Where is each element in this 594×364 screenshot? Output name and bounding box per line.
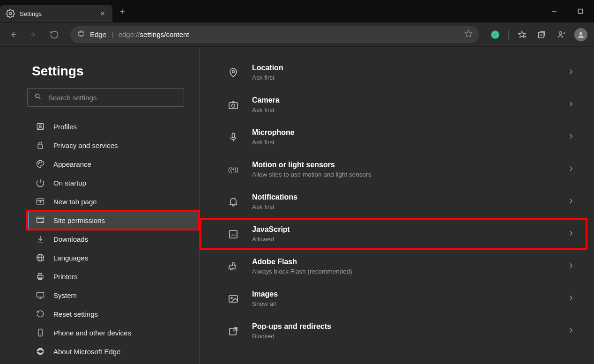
svg-point-16 xyxy=(579,32,582,35)
permission-title: Location xyxy=(252,64,567,72)
lock-icon xyxy=(36,141,45,150)
permission-pop-ups-and-redirects[interactable]: Pop-ups and redirectsBlocked xyxy=(200,315,587,347)
sidebar-item-reset-settings[interactable]: Reset settings xyxy=(27,305,199,323)
permission-title: Camera xyxy=(252,96,567,104)
search-box[interactable] xyxy=(27,88,184,107)
sidebar-item-label: Privacy and services xyxy=(53,141,118,149)
sidebar-item-system[interactable]: System xyxy=(27,286,199,305)
siteperm-icon xyxy=(36,215,45,225)
permission-subtitle: Allowed xyxy=(252,236,567,243)
motion-icon: ((•)) xyxy=(228,164,239,175)
permission-subtitle: Ask first xyxy=(252,74,567,81)
permission-subtitle: Always block Flash (recommended) xyxy=(252,268,567,275)
page-title: Settings xyxy=(27,64,199,79)
sidebar-item-languages[interactable]: Languages xyxy=(27,248,199,267)
sidebar-item-profiles[interactable]: Profiles xyxy=(27,117,199,136)
permission-title: JavaScript xyxy=(252,225,567,234)
svg-point-22 xyxy=(38,163,39,164)
power-icon xyxy=(36,178,45,187)
permission-adobe-flash[interactable]: Adobe FlashAlways block Flash (recommend… xyxy=(200,250,587,282)
permission-notifications[interactable]: NotificationsAsk first xyxy=(200,186,587,218)
reset-icon xyxy=(36,309,45,319)
gear-icon xyxy=(6,9,15,18)
sidebar-item-label: Appearance xyxy=(53,160,91,168)
image-icon xyxy=(228,293,239,305)
sidebar-item-printers[interactable]: Printers xyxy=(27,267,199,286)
toolbar: Edge | edge://settings/content xyxy=(0,22,594,47)
download-icon xyxy=(36,234,45,244)
svg-point-49 xyxy=(232,104,235,107)
permission-title: Adobe Flash xyxy=(252,258,567,266)
svg-line-18 xyxy=(39,97,41,99)
address-bar[interactable]: Edge | edge://settings/content xyxy=(70,26,479,43)
titlebar: Settings ✕ ＋ xyxy=(0,0,594,22)
sidebar-item-appearance[interactable]: Appearance xyxy=(27,155,199,173)
profile-avatar[interactable] xyxy=(572,25,590,44)
newtab-icon xyxy=(36,197,45,206)
profiles-icon xyxy=(36,122,45,131)
permission-javascript[interactable]: JSJavaScriptAllowed xyxy=(200,218,587,250)
addr-separator: | xyxy=(112,31,114,38)
permission-subtitle: Ask first xyxy=(252,203,567,210)
grammarly-icon[interactable] xyxy=(486,25,505,44)
addr-brand: Edge xyxy=(90,30,106,38)
back-button[interactable] xyxy=(4,25,22,44)
forward-button[interactable] xyxy=(24,25,43,44)
sidebar-item-label: System xyxy=(53,291,77,299)
palette-icon xyxy=(36,159,45,169)
person-icon[interactable] xyxy=(552,25,571,44)
puzzle-icon xyxy=(228,261,239,272)
browser-tab[interactable]: Settings ✕ xyxy=(0,5,112,22)
close-icon[interactable]: ✕ xyxy=(98,10,107,17)
collections-icon[interactable] xyxy=(532,25,551,44)
content: Settings ProfilesPrivacy and servicesApp… xyxy=(0,47,594,364)
tabs: Settings ✕ ＋ xyxy=(0,0,126,22)
search-input[interactable] xyxy=(48,94,177,102)
sidebar-item-label: On startup xyxy=(53,179,86,187)
permission-title: Pop-ups and redirects xyxy=(252,322,567,331)
permission-subtitle: Allow sites to use motion and light sens… xyxy=(252,171,567,178)
svg-point-20 xyxy=(39,125,41,126)
sidebar-item-label: Downloads xyxy=(53,235,88,243)
sidebar-item-label: Printers xyxy=(53,273,78,281)
favorite-star-icon[interactable] xyxy=(464,30,473,40)
sidebar-item-phone-and-other-devices[interactable]: Phone and other devices xyxy=(27,323,199,342)
maximize-button[interactable] xyxy=(572,5,588,18)
permission-motion-or-light-sensors[interactable]: ((•))Motion or light sensorsAllow sites … xyxy=(200,153,587,186)
svg-marker-7 xyxy=(519,31,525,37)
window-controls xyxy=(546,5,594,18)
main-panel: LocationAsk firstCameraAsk firstMicropho… xyxy=(200,47,594,364)
svg-point-0 xyxy=(9,13,12,15)
sidebar-item-site-permissions[interactable]: Site permissions xyxy=(27,211,199,230)
permission-images[interactable]: ImagesShow all xyxy=(200,282,587,315)
permission-location[interactable]: LocationAsk first xyxy=(200,56,587,89)
edge-logo-icon xyxy=(77,30,85,40)
svg-rect-41 xyxy=(37,292,44,297)
favorites-icon[interactable] xyxy=(512,25,531,44)
printer-icon xyxy=(36,272,45,281)
permission-microphone[interactable]: MicrophoneAsk first xyxy=(200,121,587,153)
minimize-button[interactable] xyxy=(546,5,562,18)
sidebar-item-on-startup[interactable]: On startup xyxy=(27,173,199,192)
system-icon xyxy=(36,290,45,300)
permission-title: Notifications xyxy=(252,193,567,201)
svg-point-17 xyxy=(36,94,39,98)
camera-icon xyxy=(228,99,239,111)
sidebar-item-new-tab-page[interactable]: New tab page xyxy=(27,192,199,211)
sidebar-item-about-microsoft-edge[interactable]: About Microsoft Edge xyxy=(27,342,199,361)
svg-rect-39 xyxy=(39,273,42,275)
permission-camera[interactable]: CameraAsk first xyxy=(200,89,587,121)
refresh-button[interactable] xyxy=(45,25,64,44)
svg-point-32 xyxy=(42,222,43,223)
chevron-right-icon xyxy=(567,229,575,239)
permission-title: Motion or light sensors xyxy=(252,161,567,169)
sidebar-item-privacy-and-services[interactable]: Privacy and services xyxy=(27,136,199,155)
svg-rect-38 xyxy=(37,275,43,279)
chevron-right-icon xyxy=(567,132,575,142)
sidebar: Settings ProfilesPrivacy and servicesApp… xyxy=(0,47,200,364)
sidebar-item-downloads[interactable]: Downloads xyxy=(27,230,199,248)
microphone-icon xyxy=(228,132,239,143)
svg-rect-54 xyxy=(229,296,238,302)
newtab-button[interactable]: ＋ xyxy=(118,6,126,17)
permission-subtitle: Blocked xyxy=(252,333,567,340)
